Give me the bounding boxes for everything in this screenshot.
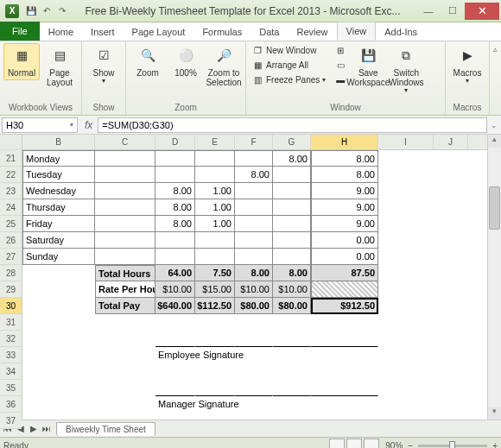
row-header[interactable]: 29 [0, 281, 22, 298]
worksheet-grid[interactable]: 21 22 23 24 25 26 27 28 29 30 31 32 33 3… [0, 135, 501, 420]
cell[interactable] [95, 380, 155, 396]
cell[interactable] [22, 380, 95, 396]
col-header[interactable]: J [434, 135, 468, 149]
row-header[interactable]: 36 [0, 396, 22, 413]
cell[interactable]: $80.00 [273, 298, 311, 314]
cell[interactable] [195, 363, 235, 380]
cell[interactable] [311, 380, 378, 396]
cell[interactable] [311, 347, 378, 363]
normal-shortcut[interactable] [329, 439, 345, 448]
cell[interactable]: 8.00 [155, 216, 195, 232]
col-header[interactable]: G [273, 135, 311, 149]
cell[interactable] [155, 363, 195, 380]
cell[interactable] [434, 298, 468, 314]
cell[interactable] [95, 199, 155, 216]
cell[interactable] [273, 216, 311, 232]
row-header[interactable]: 32 [0, 331, 22, 347]
cell[interactable] [378, 363, 434, 380]
cell[interactable] [95, 232, 155, 249]
cell[interactable] [434, 331, 468, 347]
cell[interactable] [273, 314, 311, 331]
save-icon[interactable]: 💾 [24, 4, 38, 18]
cell[interactable]: 1.00 [195, 199, 235, 216]
col-header[interactable]: H [311, 135, 378, 149]
row-header[interactable]: 25 [0, 216, 22, 232]
cell[interactable] [95, 249, 155, 265]
cell[interactable] [22, 265, 95, 281]
cell[interactable]: Employee Signature [155, 347, 195, 363]
cell[interactable] [195, 232, 235, 249]
minimize-button[interactable]: — [416, 3, 441, 20]
tab-insert[interactable]: Insert [82, 23, 124, 41]
cell[interactable] [434, 413, 468, 420]
cell[interactable] [378, 150, 434, 167]
tab-view[interactable]: View [337, 22, 377, 41]
cell[interactable] [195, 331, 235, 347]
cell[interactable]: Thursday [22, 199, 95, 216]
cell[interactable] [311, 331, 378, 347]
name-box[interactable]: H30▾ [2, 117, 78, 133]
zoom-out-button[interactable]: − [408, 441, 413, 449]
scroll-down-icon[interactable]: ▾ [488, 407, 501, 420]
cell[interactable] [273, 199, 311, 216]
cell[interactable] [22, 298, 95, 314]
row-header[interactable]: 21 [0, 150, 22, 167]
tab-review[interactable]: Review [288, 23, 336, 41]
cell[interactable]: $10.00 [235, 281, 273, 298]
hundred-percent-button[interactable]: ⚪100% [168, 43, 204, 80]
tab-addins[interactable]: Add-Ins [376, 23, 426, 41]
vertical-scrollbar[interactable]: ▴ ▾ [487, 135, 501, 420]
row-header[interactable]: 33 [0, 347, 22, 363]
cell[interactable] [155, 380, 195, 396]
cell[interactable] [434, 183, 468, 199]
cell[interactable] [95, 183, 155, 199]
cell[interactable] [95, 216, 155, 232]
cell[interactable] [378, 265, 434, 281]
row-header[interactable]: 26 [0, 232, 22, 249]
formula-input[interactable]: =SUM(D30:G30) [98, 117, 487, 133]
cell[interactable] [155, 150, 195, 167]
col-header[interactable]: I [378, 135, 434, 149]
redo-icon[interactable]: ↷ [55, 4, 69, 18]
cell[interactable]: $640.00 [155, 298, 195, 314]
cell[interactable]: 9.00 [311, 216, 378, 232]
col-header[interactable]: C [95, 135, 155, 149]
cell[interactable]: Total Pay [95, 298, 155, 314]
cell[interactable] [235, 331, 273, 347]
cell[interactable] [378, 216, 434, 232]
next-sheet-button[interactable]: ▶ [28, 424, 40, 433]
sheet-tab[interactable]: Biweekly Time Sheet [56, 422, 155, 436]
switch-windows-button[interactable]: ⧉Switch Windows▾ [388, 43, 424, 98]
cell[interactable] [378, 331, 434, 347]
cell[interactable] [378, 281, 434, 298]
cell[interactable] [273, 380, 311, 396]
cell[interactable]: 8.00 [311, 167, 378, 183]
cell[interactable] [195, 396, 235, 413]
row-header[interactable]: 31 [0, 314, 22, 331]
arrange-all-button[interactable]: ▦Arrange All [250, 58, 327, 72]
cell[interactable] [434, 396, 468, 413]
cell[interactable] [155, 249, 195, 265]
cell[interactable] [434, 281, 468, 298]
cell[interactable]: 8.00 [273, 150, 311, 167]
cell[interactable] [378, 413, 434, 420]
pagelayout-shortcut[interactable] [346, 439, 362, 448]
page-layout-view-button[interactable]: ▤Page Layout [41, 43, 78, 90]
cell[interactable] [434, 347, 468, 363]
cell[interactable] [311, 314, 378, 331]
cell[interactable] [273, 396, 311, 413]
cell[interactable] [235, 150, 273, 167]
cell[interactable] [195, 380, 235, 396]
cell[interactable] [378, 249, 434, 265]
cell[interactable] [273, 232, 311, 249]
cell[interactable] [235, 216, 273, 232]
cell[interactable] [235, 183, 273, 199]
cell[interactable]: $80.00 [235, 298, 273, 314]
cell[interactable]: $912.50 [311, 298, 378, 314]
row-header[interactable]: 37 [0, 413, 22, 429]
cell[interactable] [195, 167, 235, 183]
cell[interactable] [155, 167, 195, 183]
new-window-button[interactable]: ❐New Window [250, 43, 327, 57]
cell[interactable] [378, 298, 434, 314]
cell[interactable] [311, 281, 378, 298]
